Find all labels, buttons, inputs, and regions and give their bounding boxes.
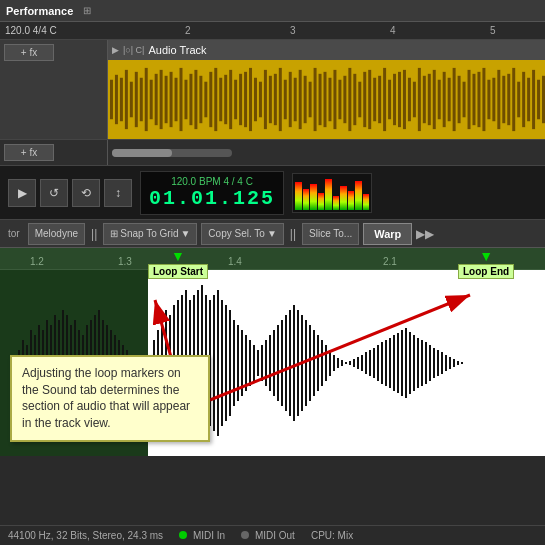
svg-rect-58 [398, 72, 401, 127]
transport-bar: ▶ ↺ ⟲ ↕ 120.0 BPM 4 / 4 C 01.01.125 [0, 166, 545, 220]
warp-button[interactable]: Warp [363, 223, 412, 245]
snap-to-grid-button[interactable]: ⊞ Snap To Grid ▼ [103, 223, 197, 245]
slice-label: Slice To... [309, 228, 352, 239]
midi-out: MIDI Out [241, 530, 295, 541]
svg-rect-73 [472, 74, 475, 125]
svg-rect-16 [189, 74, 192, 125]
snap-label: Snap To Grid [120, 228, 178, 239]
time-display: 01.01.125 [149, 187, 275, 210]
svg-rect-55 [383, 68, 386, 131]
toolbar-chevron: ▶▶ [416, 227, 434, 241]
svg-rect-155 [277, 325, 279, 401]
svg-rect-160 [297, 310, 299, 416]
melodyne-button[interactable]: Melodyne [28, 223, 85, 245]
svg-rect-183 [389, 338, 391, 388]
svg-rect-23 [224, 75, 227, 124]
svg-rect-188 [409, 332, 411, 394]
svg-rect-57 [393, 74, 396, 125]
svg-rect-5 [135, 72, 138, 127]
track-play-icon: ▶ [112, 45, 119, 55]
svg-rect-59 [403, 70, 406, 129]
svg-rect-141 [221, 300, 223, 426]
scroll-bar-area [108, 140, 545, 165]
svg-rect-52 [368, 70, 371, 129]
svg-rect-70 [458, 76, 461, 123]
slice-to-button[interactable]: Slice To... [302, 223, 359, 245]
svg-rect-182 [385, 340, 387, 386]
fx-row2: + fx [0, 140, 545, 166]
tool-bar: tor Melodyne || ⊞ Snap To Grid ▼ Copy Se… [0, 220, 545, 248]
play-button[interactable]: ▶ [8, 179, 36, 207]
track-icons: |○| C| [123, 45, 144, 55]
ruler-info: 120.0 4/4 C [5, 25, 57, 36]
svg-rect-31 [264, 70, 267, 129]
svg-rect-10 [160, 70, 163, 129]
svg-rect-29 [254, 78, 257, 121]
svg-rect-36 [289, 72, 292, 127]
copy-chevron: ▼ [267, 228, 277, 239]
metronome-button[interactable]: ↕ [104, 179, 132, 207]
h-scrollbar-thumb[interactable] [112, 149, 172, 157]
svg-rect-153 [269, 335, 271, 391]
svg-rect-156 [281, 320, 283, 406]
meter-bar-6 [333, 196, 340, 210]
loop-end-label: Loop End [458, 264, 514, 279]
ruler-1-2: 1.2 [30, 256, 44, 267]
fx-button-1[interactable]: + fx [4, 44, 54, 61]
svg-rect-171 [341, 360, 343, 366]
svg-rect-83 [522, 72, 525, 127]
audio-waveform[interactable] [108, 60, 545, 139]
svg-rect-177 [365, 352, 367, 374]
svg-rect-175 [357, 357, 359, 369]
svg-rect-24 [229, 70, 232, 129]
svg-rect-26 [239, 74, 242, 125]
copy-sel-button[interactable]: Copy Sel. To ▼ [201, 223, 283, 245]
snap-icon: ⊞ [110, 228, 118, 239]
svg-rect-68 [448, 78, 451, 121]
svg-rect-2 [120, 78, 123, 121]
svg-rect-140 [217, 290, 219, 436]
svg-rect-56 [388, 80, 391, 120]
app-title: Performance [0, 5, 79, 17]
svg-rect-0 [110, 80, 113, 120]
record-button[interactable]: ⟲ [72, 179, 100, 207]
svg-rect-25 [234, 80, 237, 120]
svg-rect-64 [428, 74, 431, 125]
level-meter [292, 173, 372, 213]
snap-chevron: ▼ [180, 228, 190, 239]
loop-button[interactable]: ↺ [40, 179, 68, 207]
svg-rect-63 [423, 76, 426, 123]
meter-bar-2 [303, 189, 310, 209]
separator-1: || [89, 227, 99, 241]
h-scrollbar[interactable] [112, 149, 232, 157]
fx-row2-ctrl: + fx [0, 140, 108, 165]
svg-rect-34 [279, 68, 282, 131]
svg-rect-86 [537, 80, 540, 120]
svg-rect-192 [425, 342, 427, 384]
svg-rect-62 [418, 68, 421, 131]
svg-rect-169 [333, 355, 335, 371]
svg-rect-49 [353, 74, 356, 125]
fx-button-2[interactable]: + fx [4, 144, 54, 161]
svg-rect-142 [225, 305, 227, 421]
midi-out-label: MIDI Out [255, 530, 295, 541]
svg-rect-1 [115, 75, 118, 124]
svg-rect-53 [373, 78, 376, 121]
svg-rect-12 [170, 72, 173, 127]
svg-rect-76 [487, 80, 490, 120]
loop-end-marker[interactable]: ▼ Loop End [458, 248, 514, 279]
svg-rect-149 [253, 345, 255, 381]
svg-rect-168 [329, 350, 331, 376]
svg-rect-77 [492, 78, 495, 121]
loop-end-arrow: ▼ [479, 248, 493, 264]
svg-rect-190 [417, 338, 419, 388]
svg-rect-35 [284, 80, 287, 120]
loop-start-marker[interactable]: ▼ Loop Start [148, 248, 208, 279]
svg-rect-179 [373, 348, 375, 378]
midi-in: MIDI In [179, 530, 225, 541]
svg-rect-84 [527, 78, 530, 121]
svg-rect-180 [377, 345, 379, 381]
svg-rect-185 [397, 333, 399, 393]
svg-rect-145 [237, 325, 239, 401]
sound-editor: 1.2 1.3 1.4 2.1 ▼ Loop Start ▼ Loop End [0, 248, 545, 456]
